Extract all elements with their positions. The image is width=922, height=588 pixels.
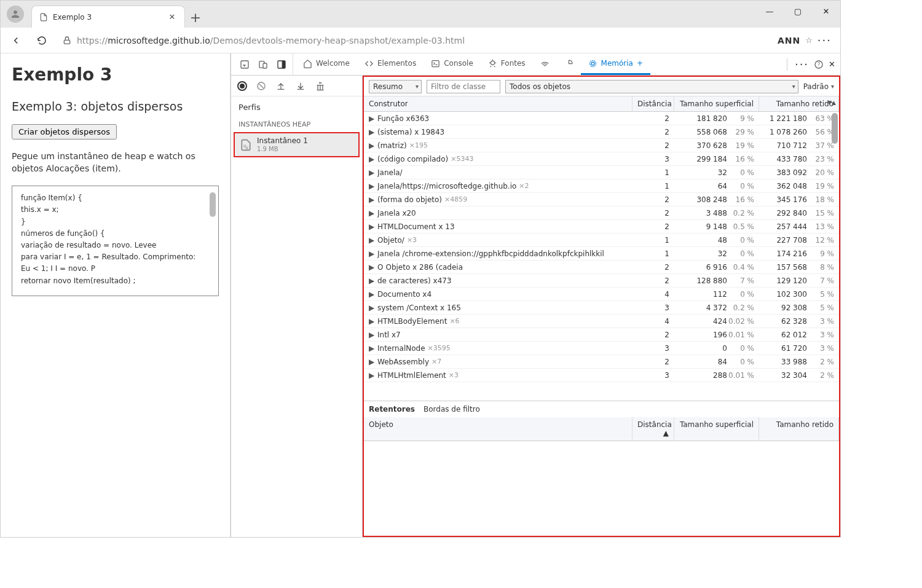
expand-icon[interactable]: ▶ [369,116,375,122]
mode-select[interactable]: Padrão [803,82,834,91]
expand-icon[interactable]: ▶ [369,318,375,324]
objects-select[interactable]: Todos os objetos [505,80,798,93]
constructor-name: OObjeto x 286 (cadeia [377,263,632,272]
table-row[interactable]: ▶InternalNode ×3595300 %61 7203 % [364,342,839,355]
expand-icon[interactable]: ▶ [369,264,375,270]
table-row[interactable]: ▶Janela x2023 4880.2 %292 84015 % [364,206,839,220]
ret-col-object[interactable]: Objeto [364,417,632,441]
table-row[interactable]: ▶Documento x441120 %102 3005 % [364,288,839,301]
devtools-more-icon[interactable]: ··· [795,58,809,71]
col-retained[interactable]: Tamanho retido▼▲ [759,96,839,111]
scrollbar-thumb[interactable] [210,192,216,217]
expand-icon[interactable]: ▶ [369,345,375,351]
class-filter-input[interactable] [427,80,500,93]
browser-tab[interactable]: Exemplo 3 ✕ [31,6,185,28]
tab-memory[interactable]: Memória + [581,53,650,75]
ret-col-shallow[interactable]: Tamanho superficial [674,417,759,441]
view-select[interactable]: Resumo [369,80,422,93]
table-row[interactable]: ▶Janela/1320 %383 09220 % [364,166,839,179]
window-close-icon[interactable]: ✕ [812,1,840,22]
gc-button[interactable] [315,80,326,92]
table-row[interactable]: ▶Janela /chrome-extension://gpphkfbcpidd… [364,247,839,261]
expand-icon[interactable]: ▶ [369,278,375,284]
table-row[interactable]: ▶(forma do objeto) ×48592308 24816 %345 … [364,193,839,206]
devtools-close-icon[interactable]: ✕ [829,60,835,69]
scrollbar-thumb[interactable] [832,113,838,144]
new-tab-button[interactable]: + [185,7,206,28]
help-icon[interactable]: ? [814,60,824,69]
table-row[interactable]: ▶Objeto/ ×31480 %227 70812 % [364,233,839,247]
filter-edges-tab[interactable]: Bordas de filtro [424,405,480,414]
retainers-tab[interactable]: Retentores [369,405,415,414]
profiles-header: Perfis [231,96,362,116]
table-row[interactable]: ▶HTMLBodyElement ×644240.02 %62 3283 % [364,315,839,328]
expand-icon[interactable]: ▶ [369,332,375,338]
table-row[interactable]: ▶system /Context x 16534 3720.2 %92 3085… [364,301,839,315]
retainers-header: Objeto Distância ▲ Tamanho superficial T… [364,417,839,441]
svg-point-14 [246,147,248,149]
profile-name[interactable]: ANN [778,36,800,45]
expand-icon[interactable]: ▶ [369,359,375,365]
col-constructor[interactable]: Construtor [364,96,632,111]
expand-icon[interactable]: ▶ [369,251,375,257]
clear-button[interactable] [256,80,267,92]
page-content: Exemplo 3 Exemplo 3: objetos dispersos C… [1,53,230,537]
refresh-button[interactable] [31,30,52,51]
col-distance[interactable]: Distância [632,96,674,111]
expand-icon[interactable]: ▶ [369,305,375,311]
expand-icon[interactable]: ▶ [369,129,375,135]
table-row[interactable]: ▶Janela/https://microsoftedge.github.io … [364,179,839,193]
dock-icon[interactable] [274,57,289,72]
tab-performance-icon[interactable] [557,53,581,75]
tab-welcome[interactable]: Welcome [296,53,357,75]
save-button[interactable] [295,80,306,92]
table-row[interactable]: ▶OObjeto x 286 (cadeia26 9160.4 %157 568… [364,261,839,274]
expand-icon[interactable]: ▶ [369,237,375,243]
tab-close-icon[interactable]: ✕ [167,12,177,22]
expand-icon[interactable]: ▶ [369,197,375,203]
code-snippet: função Item(x) { this.x = x;}números de … [12,186,219,296]
tab-network-cond-icon[interactable] [533,53,557,75]
expand-icon[interactable]: ▶ [369,183,375,189]
profile-avatar[interactable] [7,6,24,23]
tab-elements[interactable]: Elementos [357,53,424,75]
expand-icon[interactable]: ▶ [369,156,375,162]
snapshot-item[interactable]: Instantâneo 1 1.9 MB [234,132,360,157]
create-button[interactable]: Criar objetos dispersos [12,124,117,139]
constructor-name: de caracteres) x473 [377,276,632,285]
address-bar[interactable]: https://microsoftedge.github.io/Demos/de… [57,31,773,50]
expand-icon[interactable]: ▶ [369,170,375,176]
expand-icon[interactable]: ▶ [369,143,375,149]
devtools-panel: Welcome Elementos Console Fontes Memória… [230,53,840,537]
record-button[interactable] [237,81,247,91]
ret-col-retained[interactable]: Tamanho retido [759,417,839,441]
table-row[interactable]: ▶Função x63632181 8209 %1 221 18063 % [364,112,839,125]
expand-icon[interactable]: ▶ [369,291,375,297]
window-maximize-icon[interactable]: ▢ [784,1,812,22]
favorite-icon[interactable]: ☆ [805,36,813,45]
device-icon[interactable] [256,57,270,72]
table-row[interactable]: ▶HTMLDocument x 1329 1480.5 %257 44413 % [364,220,839,233]
expand-icon[interactable]: ▶ [369,210,375,216]
expand-icon[interactable]: ▶ [369,372,375,378]
table-row[interactable]: ▶(código compilado) ×53433299 18416 %433… [364,152,839,166]
snapshot-title: Instantâneo 1 [257,137,308,146]
tab-console[interactable]: Console [424,53,481,75]
load-button[interactable] [275,80,286,92]
window-minimize-icon[interactable]: — [755,1,784,22]
table-row[interactable]: ▶(matriz) ×1952370 62819 %710 71237 % [364,139,839,152]
table-row[interactable]: ▶Intl x721960.01 %62 0123 % [364,328,839,342]
inspect-icon[interactable] [237,57,252,72]
col-shallow[interactable]: Tamanho superficial [674,96,759,111]
tab-sources[interactable]: Fontes [481,53,533,75]
browser-menu-icon[interactable]: ··· [818,34,832,47]
table-row[interactable]: ▶WebAssembly ×72840 %33 9882 % [364,355,839,369]
retainers-tabs: Retentores Bordas de filtro [364,401,839,417]
grid-body[interactable]: ▶Função x63632181 8209 %1 221 18063 %▶(s… [364,112,839,401]
back-button[interactable] [6,30,26,51]
ret-col-distance[interactable]: Distância ▲ [632,417,674,441]
table-row[interactable]: ▶HTMLHtmlElement ×332880.01 %32 3042 % [364,369,839,382]
table-row[interactable]: ▶(sistema) x 198432558 06829 %1 078 2605… [364,125,839,139]
table-row[interactable]: ▶de caracteres) x4732128 8807 %129 1207 … [364,274,839,288]
expand-icon[interactable]: ▶ [369,224,375,230]
